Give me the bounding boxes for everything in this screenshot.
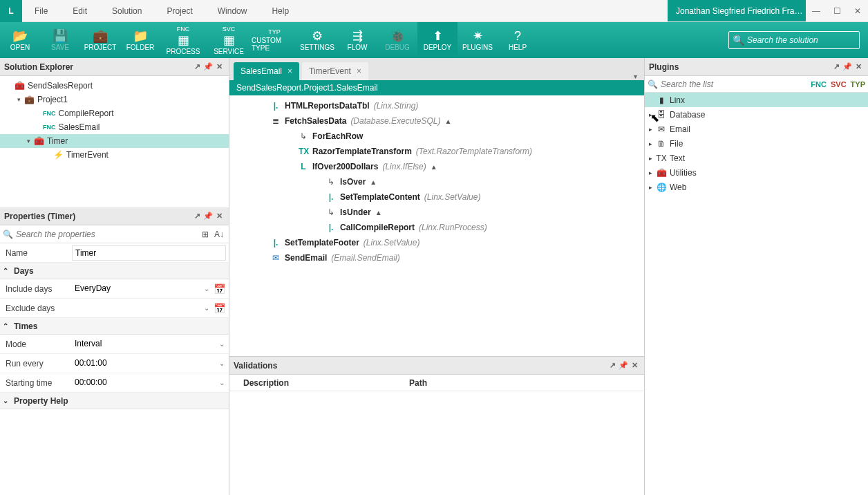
menu-file[interactable]: File <box>22 0 60 21</box>
solution-search-input[interactable] <box>728 31 860 49</box>
window-maximize-icon[interactable]: ☐ <box>827 6 847 16</box>
section-property-help[interactable]: ⌄Property Help <box>0 393 229 409</box>
plugins-button[interactable]: ✷PLUGINS <box>457 22 498 58</box>
menu-edit[interactable]: Edit <box>60 0 100 21</box>
expand-icon[interactable]: ▸ <box>645 155 656 162</box>
plugin-item[interactable]: ▸TXText <box>645 151 868 165</box>
flow-row[interactable]: ≣FetchSalesData(Database.ExecuteSQL)▲ <box>229 113 644 129</box>
menu-window[interactable]: Window <box>205 0 260 21</box>
tree-item[interactable]: 🧰SendSalesReport <box>0 79 229 93</box>
window-close-icon[interactable]: ✕ <box>847 6 868 16</box>
tab-overflow-icon[interactable]: ▾ <box>634 73 640 80</box>
tree-item[interactable]: FNCCompileReport <box>0 106 229 120</box>
expand-icon[interactable]: ▸ <box>645 184 656 191</box>
plugin-item[interactable]: ▸🌐Web <box>645 180 868 194</box>
chevron-down-icon[interactable]: ⌄ <box>219 359 225 367</box>
close-icon[interactable]: × <box>357 66 361 76</box>
panel-popout-icon[interactable]: ↗ <box>191 62 202 71</box>
close-icon[interactable]: × <box>287 66 292 76</box>
chevron-down-icon[interactable]: ⌄ <box>204 285 209 292</box>
help-button[interactable]: ?HELP <box>498 22 538 58</box>
properties-search-input[interactable] <box>13 230 198 239</box>
panel-pin-icon[interactable]: 📌 <box>842 62 853 71</box>
flow-row[interactable]: ↳IsUnder▲ <box>229 205 644 220</box>
panel-pin-icon[interactable]: 📌 <box>202 212 214 221</box>
flow-row[interactable]: |.CallCompileReport(Linx.RunProcess) <box>229 220 644 235</box>
panel-close-icon[interactable]: ✕ <box>629 361 640 370</box>
service-button[interactable]: SVC▦SERVICE <box>206 22 252 58</box>
chevron-down-icon[interactable]: ⌄ <box>204 304 209 312</box>
flow-row[interactable]: ↳ForEachRow <box>229 129 644 144</box>
categorized-icon[interactable]: ⊞ <box>198 230 212 239</box>
tree-item[interactable]: ⚡TimerEvent <box>0 148 229 162</box>
save-button[interactable]: 💾SAVE <box>40 22 80 58</box>
plugins-search-input[interactable] <box>658 80 811 89</box>
flow-row[interactable]: ✉SendEmail(Email.SendEmail) <box>229 250 644 265</box>
prop-runevery-input[interactable] <box>72 356 226 371</box>
menu-solution[interactable]: Solution <box>100 0 154 21</box>
flow-row[interactable]: TXRazorTemplateTransform(Text.RazorTempl… <box>229 144 644 159</box>
section-days[interactable]: ⌃Days <box>0 263 229 279</box>
panel-popout-icon[interactable]: ↗ <box>831 62 842 71</box>
sort-icon[interactable]: A↓ <box>212 230 226 239</box>
panel-pin-icon[interactable]: 📌 <box>202 62 214 71</box>
flow-row[interactable]: |.SetTemplateContent(Linx.SetValue) <box>229 189 644 205</box>
plugin-item[interactable]: ▸🗎File <box>645 136 868 151</box>
flow-button[interactable]: ⇶FLOW <box>337 22 377 58</box>
collapse-icon[interactable]: ▲ <box>444 118 451 125</box>
folder-button[interactable]: 📁FOLDER <box>120 22 160 58</box>
filter-typ[interactable]: TYP <box>851 80 865 88</box>
chevron-down-icon[interactable]: ⌄ <box>219 379 225 386</box>
prop-starting-time-input[interactable] <box>72 375 226 391</box>
customtype-button[interactable]: TYPCUSTOM TYPE <box>252 22 297 58</box>
expand-icon[interactable]: ▾ <box>14 96 23 103</box>
panel-popout-icon[interactable]: ↗ <box>607 361 618 370</box>
filter-fnc[interactable]: FNC <box>811 80 827 88</box>
flow-row[interactable]: |.HTMLReportsDataTbl(Linx.String) <box>229 98 644 113</box>
section-times[interactable]: ⌃Times <box>0 318 229 335</box>
user-label[interactable]: Jonathan Siegfried Friedrich Fra… <box>668 0 806 21</box>
expand-icon[interactable]: ▸ <box>645 111 656 118</box>
flow-row[interactable]: ↳IsOver▲ <box>229 174 644 189</box>
menu-help[interactable]: Help <box>259 0 301 21</box>
plugin-item[interactable]: ▸✉Email <box>645 122 868 136</box>
collapse-icon[interactable]: ▲ <box>370 178 377 186</box>
expand-icon[interactable]: ▸ <box>645 140 656 147</box>
expand-icon[interactable]: ▸ <box>645 169 656 176</box>
calendar-icon[interactable]: 📅 <box>212 303 226 314</box>
tab-salesemail[interactable]: SalesEmail× <box>234 62 299 80</box>
tree-item[interactable]: FNCSalesEmail <box>0 120 229 134</box>
collapse-icon[interactable]: ▲ <box>375 209 382 216</box>
debug-button[interactable]: 🐞DEBUG <box>377 22 417 58</box>
tree-item[interactable]: ▾🧰Timer <box>0 134 229 148</box>
tree-item[interactable]: ▾💼Project1 <box>0 93 229 106</box>
calendar-icon[interactable]: 📅 <box>212 283 226 295</box>
tab-timerevent[interactable]: TimerEvent× <box>302 62 368 80</box>
project-button[interactable]: 💼PROJECT <box>80 22 120 58</box>
flow-row[interactable]: |.SetTemplateFooter(Linx.SetValue) <box>229 235 644 250</box>
plugin-item[interactable]: ▮Linx <box>645 93 868 107</box>
prop-include-days-input[interactable] <box>72 281 212 297</box>
panel-close-icon[interactable]: ✕ <box>214 62 225 71</box>
open-button[interactable]: 📂OPEN <box>0 22 40 58</box>
panel-popout-icon[interactable]: ↗ <box>191 212 202 221</box>
plugin-item[interactable]: ▸🗄Database <box>645 107 868 122</box>
deploy-button[interactable]: ⬆DEPLOY <box>417 22 457 58</box>
panel-close-icon[interactable]: ✕ <box>853 62 864 71</box>
flow-canvas[interactable]: |.HTMLReportsDataTbl(Linx.String)≣FetchS… <box>229 95 644 357</box>
prop-mode-input[interactable] <box>72 337 226 352</box>
flow-row[interactable]: LIfOver200Dollars(Linx.IfElse)▲ <box>229 159 644 174</box>
prop-name-input[interactable] <box>72 245 226 261</box>
plugin-item[interactable]: ▸🧰Utilities <box>645 165 868 180</box>
solution-tree[interactable]: 🧰SendSalesReport▾💼Project1FNCCompileRepo… <box>0 76 229 207</box>
window-minimize-icon[interactable]: — <box>806 6 827 16</box>
expand-icon[interactable]: ▸ <box>645 126 656 133</box>
filter-svc[interactable]: SVC <box>831 80 847 88</box>
process-button[interactable]: FNC▦PROCESS <box>160 22 206 58</box>
plugins-list[interactable]: ▮Linx▸🗄Database▸✉Email▸🗎File▸TXText▸🧰Uti… <box>645 93 868 495</box>
prop-exclude-days-input[interactable] <box>72 301 212 316</box>
settings-button[interactable]: ⚙SETTINGS <box>297 22 337 58</box>
expand-icon[interactable]: ▾ <box>23 138 33 144</box>
collapse-icon[interactable]: ▲ <box>431 163 437 171</box>
menu-project[interactable]: Project <box>154 0 205 21</box>
